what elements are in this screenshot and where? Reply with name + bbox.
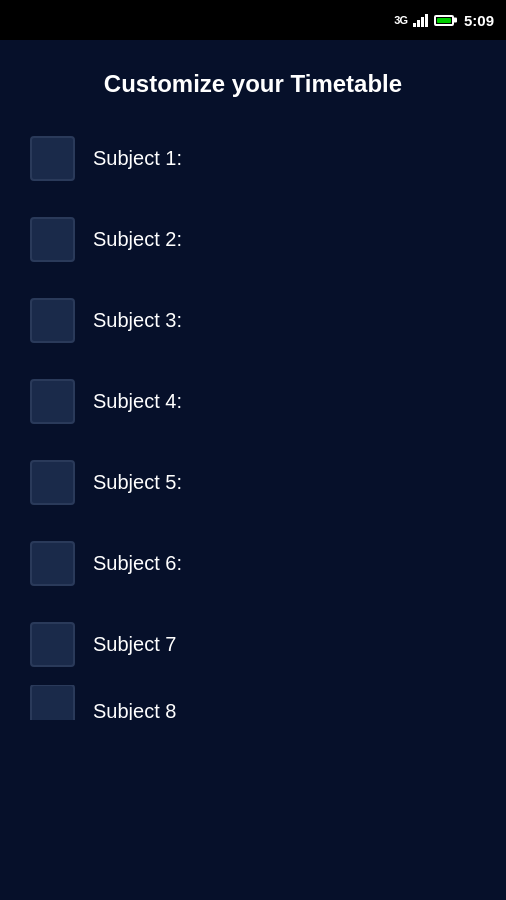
battery-icon bbox=[434, 15, 454, 26]
subject-3-checkbox[interactable] bbox=[30, 298, 75, 343]
subject-4-checkbox[interactable] bbox=[30, 379, 75, 424]
signal-icon bbox=[413, 13, 428, 27]
subject-item-2: Subject 2: bbox=[30, 199, 476, 280]
subject-7-label: Subject 7 bbox=[93, 633, 176, 656]
subject-1-checkbox[interactable] bbox=[30, 136, 75, 181]
subject-item-5: Subject 5: bbox=[30, 442, 476, 523]
subject-item-1: Subject 1: bbox=[30, 118, 476, 199]
subject-item-7: Subject 7 bbox=[30, 604, 476, 685]
subject-item-6: Subject 6: bbox=[30, 523, 476, 604]
subject-2-label: Subject 2: bbox=[93, 228, 182, 251]
subject-2-checkbox[interactable] bbox=[30, 217, 75, 262]
subject-8-checkbox[interactable] bbox=[30, 685, 75, 720]
subject-list: Subject 1: Subject 2: Subject 3: Subject… bbox=[30, 118, 476, 720]
subject-5-label: Subject 5: bbox=[93, 471, 182, 494]
subject-4-label: Subject 4: bbox=[93, 390, 182, 413]
subject-8-label: Subject 8 bbox=[93, 700, 176, 720]
page-title: Customize your Timetable bbox=[30, 40, 476, 118]
subject-item-8-partial: Subject 8 bbox=[30, 685, 476, 720]
subject-3-label: Subject 3: bbox=[93, 309, 182, 332]
network-icon: 3G bbox=[394, 14, 407, 26]
subject-5-checkbox[interactable] bbox=[30, 460, 75, 505]
main-content: Customize your Timetable Subject 1: Subj… bbox=[0, 40, 506, 720]
subject-6-checkbox[interactable] bbox=[30, 541, 75, 586]
subject-7-checkbox[interactable] bbox=[30, 622, 75, 667]
subject-item-3: Subject 3: bbox=[30, 280, 476, 361]
status-time: 5:09 bbox=[464, 12, 494, 29]
subject-1-label: Subject 1: bbox=[93, 147, 182, 170]
subject-6-label: Subject 6: bbox=[93, 552, 182, 575]
status-bar: 3G 5:09 bbox=[0, 0, 506, 40]
status-icons: 3G 5:09 bbox=[394, 12, 494, 29]
subject-item-4: Subject 4: bbox=[30, 361, 476, 442]
